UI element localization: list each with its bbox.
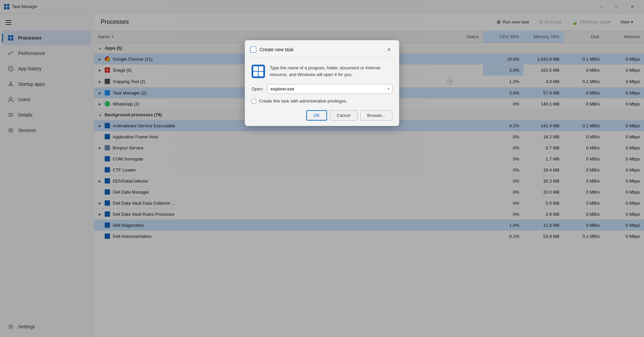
dialog-buttons: OK Cancel Browse... bbox=[252, 110, 392, 121]
svg-rect-15 bbox=[251, 47, 253, 50]
dialog-body: Type the name of a program, folder, docu… bbox=[245, 58, 399, 126]
svg-rect-16 bbox=[253, 47, 256, 50]
dialog-close-button[interactable]: ✕ bbox=[384, 45, 394, 54]
svg-rect-21 bbox=[253, 72, 258, 76]
admin-privileges-checkbox[interactable] bbox=[252, 99, 256, 104]
dialog-titlebar: Create new task ✕ bbox=[245, 40, 399, 58]
dialog-open-input[interactable] bbox=[268, 84, 385, 93]
dialog-title: Create new task bbox=[260, 47, 381, 52]
modal-backdrop: Create new task ✕ Type the name of a pro… bbox=[0, 0, 644, 337]
dialog-title-icon bbox=[250, 47, 256, 53]
admin-privileges-label: Create this task with administrative pri… bbox=[259, 98, 347, 104]
dialog-description-text: Type the name of a program, folder, docu… bbox=[270, 65, 392, 78]
svg-rect-17 bbox=[251, 50, 253, 52]
dialog-description-row: Type the name of a program, folder, docu… bbox=[252, 65, 392, 78]
browse-button[interactable]: Browse... bbox=[360, 110, 392, 121]
cancel-button[interactable]: Cancel bbox=[330, 110, 357, 121]
dropdown-arrow-icon[interactable]: ▾ bbox=[385, 87, 392, 91]
svg-rect-22 bbox=[259, 72, 263, 76]
dialog-open-row: Open: ▾ bbox=[252, 84, 392, 94]
svg-rect-19 bbox=[253, 66, 258, 71]
ok-button[interactable]: OK bbox=[306, 110, 327, 121]
svg-rect-18 bbox=[253, 50, 256, 52]
dialog-desc-icon bbox=[252, 65, 265, 78]
dialog-open-label: Open: bbox=[252, 86, 263, 91]
create-new-task-dialog: Create new task ✕ Type the name of a pro… bbox=[245, 40, 399, 126]
dialog-input-wrapper: ▾ bbox=[267, 84, 392, 94]
svg-rect-20 bbox=[259, 66, 263, 71]
dialog-checkbox-row: Create this task with administrative pri… bbox=[252, 98, 392, 104]
